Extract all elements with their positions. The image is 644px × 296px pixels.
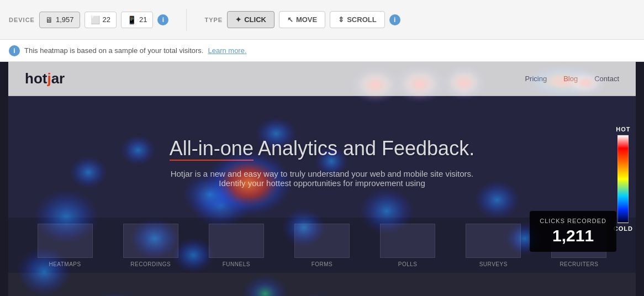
scroll-label: SCROLL <box>347 15 376 24</box>
device-info-icon[interactable]: i <box>157 14 168 25</box>
mobile-icon: 📱 <box>127 15 136 24</box>
feature-polls-thumb <box>380 224 435 258</box>
site-logo: hotjar <box>25 70 65 87</box>
type-section: TYPE ✦ CLICK ↖ MOVE ⇕ SCROLL i <box>204 11 400 28</box>
tablet-icon: ⬜ <box>91 15 100 24</box>
nav-pricing: Pricing <box>525 75 547 83</box>
feature-heatmaps-thumb <box>38 224 93 258</box>
toolbar-divider <box>186 9 187 31</box>
feature-heatmaps-label: HEATMAPS <box>49 261 81 267</box>
desktop-count: 1,957 <box>56 15 74 24</box>
device-mobile-button[interactable]: 📱 21 <box>121 12 153 28</box>
type-move-button[interactable]: ↖ MOVE <box>279 11 325 28</box>
mobile-count: 21 <box>139 15 147 24</box>
legend-hot-label: HOT <box>616 126 630 133</box>
toolbar: DEVICE 🖥 1,957 ⬜ 22 📱 21 i TYPE ✦ CLICK … <box>0 0 644 40</box>
feature-recordings-thumb <box>123 224 178 258</box>
feature-forms-thumb <box>294 224 350 258</box>
info-bar-icon: i <box>9 45 20 56</box>
feature-funnels-thumb <box>209 224 264 258</box>
tablet-count: 22 <box>103 15 110 24</box>
legend-cold-label: COLD <box>614 225 633 232</box>
heatmap-container: hotjar Pricing Blog Contact All-in-one A… <box>0 62 644 296</box>
click-icon: ✦ <box>235 15 241 24</box>
feature-heatmaps: HEATMAPS <box>35 224 96 267</box>
info-bar-text: This heatmap is based on a sample of you… <box>24 46 203 55</box>
move-label: MOVE <box>296 15 317 24</box>
device-tablet-button[interactable]: ⬜ 22 <box>85 12 117 28</box>
site-hero: All-in-one Analytics and Feedback. Hotja… <box>8 96 636 218</box>
feature-polls-label: POLLS <box>398 261 418 267</box>
feature-surveys-thumb <box>466 224 521 258</box>
feature-recruiters-label: RECRUITERS <box>559 261 598 267</box>
nav-blog: Blog <box>563 75 578 83</box>
website-mockup: hotjar Pricing Blog Contact All-in-one A… <box>8 62 636 296</box>
type-click-button[interactable]: ✦ CLICK <box>227 11 275 28</box>
device-section: DEVICE 🖥 1,957 ⬜ 22 📱 21 i <box>9 12 168 28</box>
feature-forms-label: FORMS <box>312 261 333 267</box>
feature-recordings-label: RECORDINGS <box>130 261 171 267</box>
hero-title: All-in-one Analytics and Feedback. <box>170 137 474 160</box>
device-desktop-button[interactable]: 🖥 1,957 <box>39 12 80 28</box>
feature-polls: POLLS <box>377 224 438 267</box>
learn-more-link[interactable]: Learn more. <box>208 46 246 55</box>
clicks-recorded-label: CLICKS RECORDED <box>540 218 606 224</box>
device-label: DEVICE <box>9 17 35 23</box>
feature-recordings: RECORDINGS <box>120 224 181 267</box>
type-label: TYPE <box>204 17 223 23</box>
click-label: CLICK <box>244 15 266 24</box>
hero-text: Hotjar is a new and easy way to truly un… <box>162 169 482 188</box>
move-icon: ↖ <box>287 15 293 24</box>
nav-contact: Contact <box>594 75 619 83</box>
feature-funnels-label: FUNNELS <box>223 261 250 267</box>
feature-surveys-label: SURVEYS <box>479 261 508 267</box>
logo-accent: j <box>47 70 51 87</box>
heatmap-legend: HOT COLD <box>614 126 633 232</box>
desktop-icon: 🖥 <box>45 15 53 24</box>
feature-funnels: FUNNELS <box>206 224 267 267</box>
clicks-recorded-value: 1,211 <box>540 226 606 245</box>
legend-bar <box>617 135 629 223</box>
type-info-icon[interactable]: i <box>389 14 400 25</box>
clicks-recorded-box: CLICKS RECORDED 1,211 <box>530 211 616 252</box>
site-nav: hotjar Pricing Blog Contact <box>8 62 636 96</box>
site-nav-links: Pricing Blog Contact <box>525 75 619 83</box>
scroll-icon: ⇕ <box>338 15 344 24</box>
feature-surveys: SURVEYS <box>463 224 524 267</box>
info-bar: i This heatmap is based on a sample of y… <box>0 40 644 62</box>
type-scroll-button[interactable]: ⇕ SCROLL <box>330 11 384 28</box>
feature-forms: FORMS <box>292 224 352 267</box>
